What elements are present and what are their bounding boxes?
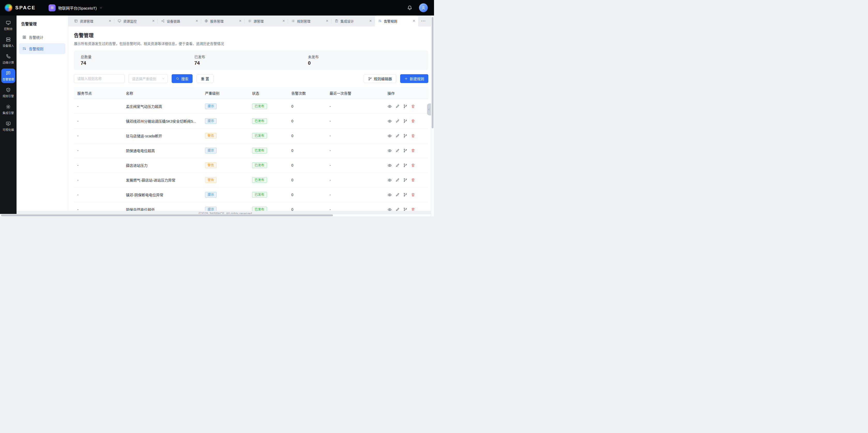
search-button[interactable]: 搜索 [172,74,193,83]
flow-icon[interactable] [403,178,407,182]
view-icon[interactable] [388,178,392,182]
rail-item-edge-computing[interactable]: 边缘计算 [1,52,15,66]
list-icon [291,19,295,23]
search-button-label: 搜索 [181,76,188,81]
app-switcher[interactable]: 物联网平台(SpaceIoT) [49,4,103,11]
view-icon[interactable] [388,134,392,138]
close-icon[interactable]: × [412,19,416,23]
flow-icon[interactable] [403,163,407,167]
view-icon[interactable] [388,119,392,123]
delete-icon[interactable] [411,193,415,197]
edit-icon[interactable] [396,193,400,197]
flow-icon[interactable] [403,193,407,197]
tab-service-management[interactable]: 服务管理 × [201,16,245,26]
cell-service-node: - [74,119,123,123]
sort-descending-icon [378,19,382,23]
clipboard-icon [335,19,338,23]
severity-select-value: 请选择严重级别 [132,76,156,81]
close-icon[interactable]: × [152,19,155,23]
tab-integration-design[interactable]: 集成设计 × [331,16,375,26]
rail-item-rule-engine[interactable]: 规则引擎 [1,85,15,100]
column-header-severity: 严重级别 [202,90,249,96]
severity-badge: 提示 [205,207,217,211]
close-icon[interactable]: × [326,19,329,23]
rail-item-console[interactable]: 控制台 [1,18,15,33]
delete-icon[interactable] [411,163,415,167]
tab-rule-management[interactable]: 规则管理 × [288,16,331,26]
tab-source-management[interactable]: 源管理 × [245,16,288,26]
delete-icon[interactable] [411,207,415,211]
open-tabs-bar: 资源管理 × 资源监控 × 设备链路 × [68,16,434,26]
edit-icon[interactable] [396,119,400,123]
severity-select[interactable]: 请选择严重级别 [128,74,168,83]
edit-icon[interactable] [396,163,400,167]
panel-collapse-handle[interactable] [427,104,431,115]
table-row[interactable]: - 镇邓线邓州分输站调压橇SK3安全切断阀S... 提示 已发布 0 - [74,114,428,128]
tab-device-links[interactable]: 设备链路 × [158,16,201,26]
horizontal-scrollbar-thumb[interactable] [1,214,333,216]
rule-editor-button[interactable]: 规则编辑器 [364,74,396,83]
sort-descending-icon [22,47,26,51]
table-row[interactable]: - 镇邓-阴保断电电位异常 提示 已发布 0 - [74,187,428,202]
reset-button[interactable]: 重 置 [196,74,214,83]
rule-name-input[interactable] [74,74,125,83]
rail-item-label: 控制台 [4,27,13,31]
horizontal-scrollbar[interactable] [0,214,431,216]
close-icon[interactable]: × [195,19,198,23]
rail-item-visualization[interactable]: 可视化编 [1,119,15,134]
flow-icon[interactable] [403,104,407,108]
view-icon[interactable] [388,207,392,211]
tab-resource-management[interactable]: 资源管理 × [71,16,114,26]
sidebar-item-alarm-statistics[interactable]: 告警统计 [19,32,65,43]
edit-icon[interactable] [396,104,400,108]
vertical-scrollbar-thumb[interactable] [432,17,433,128]
flow-icon[interactable] [403,207,407,211]
edit-icon[interactable] [396,178,400,182]
delete-icon[interactable] [411,104,415,108]
delete-icon[interactable] [411,119,415,123]
new-rule-button[interactable]: 新建规则 [400,74,428,83]
delete-icon[interactable] [411,134,415,138]
table-row[interactable]: - 阴保通电电位超高 提示 已发布 0 - [74,143,428,158]
gear-icon [248,19,251,23]
close-icon[interactable]: × [282,19,285,23]
stat-published: 已发布 74 [194,54,308,66]
view-icon[interactable] [388,163,392,168]
view-icon[interactable] [388,148,392,153]
table-row[interactable]: - 孟庄阀室气动压力超高 提示 已发布 0 - [74,99,428,114]
view-icon[interactable] [388,104,392,109]
tabs-more-button[interactable]: ⋯ [418,16,429,26]
rail-item-device-access[interactable]: 设备接入 [1,35,15,50]
edge-computing-icon [6,54,11,59]
vertical-scrollbar[interactable] [431,16,434,216]
edit-icon[interactable] [396,134,400,138]
reset-button-label: 重 置 [201,76,209,81]
sidebar-item-alarm-rules[interactable]: 告警规则 [19,43,65,54]
stat-value: 0 [308,60,422,66]
flow-icon[interactable] [403,119,407,123]
edit-icon[interactable] [396,207,400,211]
table-row[interactable]: - 驻马店储运-scada断开 警告 已发布 0 - [74,128,428,143]
table-row[interactable]: - 发展燃气-薛店站-进站压力异常 警告 已发布 0 - [74,173,428,187]
delete-icon[interactable] [411,148,415,153]
flow-icon[interactable] [403,134,407,138]
column-header-status: 状态 [249,90,288,96]
close-icon[interactable]: × [239,19,242,23]
rail-item-integration-engine[interactable]: 集成引擎 [1,102,15,117]
edit-icon[interactable] [396,148,400,153]
tab-alarm-rules[interactable]: 告警规则 × [375,16,418,26]
view-icon[interactable] [388,193,392,197]
tab-label: 集成设计 [340,19,367,24]
table-row[interactable]: - 阴保自然电位超低 提示 已发布 0 - [74,202,428,211]
alarm-management-icon [6,70,11,76]
table-row[interactable]: - 薛店进站压力 警告 已发布 0 - [74,158,428,173]
flow-icon[interactable] [403,148,407,153]
user-avatar[interactable] [419,3,428,12]
close-icon[interactable]: × [369,19,372,23]
tab-resource-monitoring[interactable]: 资源监控 × [114,16,158,26]
close-icon[interactable]: × [108,19,112,23]
notifications-bell-icon[interactable] [407,5,412,10]
delete-icon[interactable] [411,178,415,182]
rail-item-label: 边缘计算 [3,60,14,64]
rail-item-alarm-management[interactable]: 告警管理 [1,68,15,83]
